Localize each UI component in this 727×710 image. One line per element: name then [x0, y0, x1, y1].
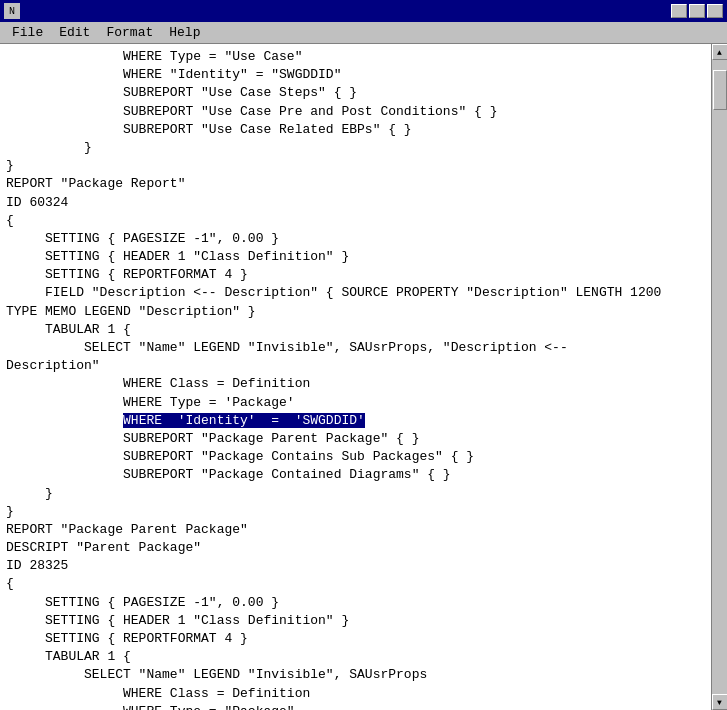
- code-line: SUBREPORT "Use Case Related EBPs" { }: [6, 121, 705, 139]
- code-line: SETTING { HEADER 1 "Class Definition" }: [6, 248, 705, 266]
- maximize-button[interactable]: [689, 4, 705, 18]
- title-bar-left: N: [4, 3, 24, 19]
- code-line: }: [6, 157, 705, 175]
- close-button[interactable]: [707, 4, 723, 18]
- code-line: WHERE 'Identity' = 'SWGDDID': [6, 412, 705, 430]
- code-line: TABULAR 1 {: [6, 321, 705, 339]
- code-line: SUBREPORT "Use Case Pre and Post Conditi…: [6, 103, 705, 121]
- menu-format[interactable]: Format: [98, 23, 161, 42]
- code-line: TYPE MEMO LEGEND "Description" }: [6, 303, 705, 321]
- editor-container: WHERE Type = "Use Case" WHERE "Identity"…: [0, 44, 727, 710]
- code-line: WHERE Type = "Package": [6, 703, 705, 710]
- minimize-button[interactable]: [671, 4, 687, 18]
- app-icon: N: [4, 3, 20, 19]
- scrollbar-track[interactable]: [712, 60, 728, 694]
- code-line: TABULAR 1 {: [6, 648, 705, 666]
- code-line: REPORT "Package Report": [6, 175, 705, 193]
- code-line: WHERE Class = Definition: [6, 685, 705, 703]
- scrollbar-thumb[interactable]: [713, 70, 727, 110]
- code-line: }: [6, 485, 705, 503]
- code-line: SETTING { PAGESIZE -1", 0.00 }: [6, 230, 705, 248]
- code-line: FIELD "Description <-- Description" { SO…: [6, 284, 705, 302]
- menu-edit[interactable]: Edit: [51, 23, 98, 42]
- code-line: WHERE Class = Definition: [6, 375, 705, 393]
- code-line: WHERE Type = "Use Case": [6, 48, 705, 66]
- code-line: SUBREPORT "Package Contained Diagrams" {…: [6, 466, 705, 484]
- menu-file[interactable]: File: [4, 23, 51, 42]
- code-line: SUBREPORT "Package Parent Package" { }: [6, 430, 705, 448]
- code-line: SUBREPORT "Use Case Steps" { }: [6, 84, 705, 102]
- code-line: Description": [6, 357, 705, 375]
- code-line: SELECT "Name" LEGEND "Invisible", SAUsrP…: [6, 666, 705, 684]
- menu-help[interactable]: Help: [161, 23, 208, 42]
- code-line: {: [6, 575, 705, 593]
- code-line: }: [6, 139, 705, 157]
- code-line: ID 60324: [6, 194, 705, 212]
- code-line: SETTING { REPORTFORMAT 4 }: [6, 630, 705, 648]
- vertical-scrollbar[interactable]: ▲ ▼: [711, 44, 727, 710]
- code-view: WHERE Type = "Use Case" WHERE "Identity"…: [0, 44, 711, 710]
- code-line: DESCRIPT "Parent Package": [6, 539, 705, 557]
- scroll-down-button[interactable]: ▼: [712, 694, 728, 710]
- code-line: SELECT "Name" LEGEND "Invisible", SAUsrP…: [6, 339, 705, 357]
- title-bar: N: [0, 0, 727, 22]
- code-line: {: [6, 212, 705, 230]
- code-line: WHERE "Identity" = "SWGDDID": [6, 66, 705, 84]
- code-line: SUBREPORT "Package Contains Sub Packages…: [6, 448, 705, 466]
- code-line: SETTING { HEADER 1 "Class Definition" }: [6, 612, 705, 630]
- code-line: }: [6, 503, 705, 521]
- code-line: SETTING { REPORTFORMAT 4 }: [6, 266, 705, 284]
- code-line: SETTING { PAGESIZE -1", 0.00 }: [6, 594, 705, 612]
- scroll-up-button[interactable]: ▲: [712, 44, 728, 60]
- title-bar-buttons: [671, 4, 723, 18]
- code-line: WHERE Type = 'Package': [6, 394, 705, 412]
- code-line: REPORT "Package Parent Package": [6, 521, 705, 539]
- code-line: ID 28325: [6, 557, 705, 575]
- editor-content[interactable]: WHERE Type = "Use Case" WHERE "Identity"…: [0, 44, 711, 710]
- menu-bar: File Edit Format Help: [0, 22, 727, 44]
